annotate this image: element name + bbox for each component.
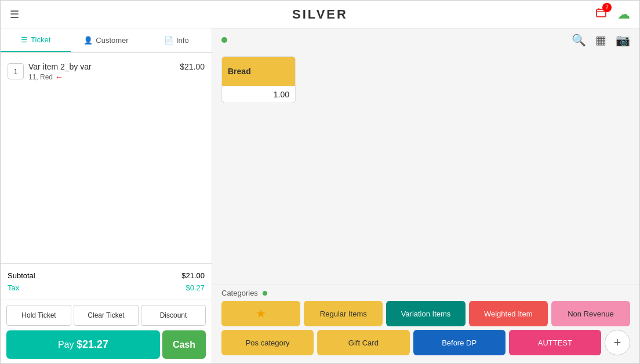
category-weighted-button[interactable]: Weighted Item: [469, 301, 548, 326]
category-pos-button[interactable]: Pos category: [221, 330, 314, 355]
product-card[interactable]: Bread 1.00: [221, 56, 296, 103]
star-icon: ★: [256, 307, 266, 321]
tax-value: $0.27: [186, 283, 205, 292]
info-tab-label: Info: [176, 36, 189, 45]
ticket-tab-icon: ☰: [21, 35, 28, 44]
ticket-tab-label: Ticket: [31, 35, 50, 44]
app-title: SILVER: [292, 7, 348, 22]
main-content: ☰ Ticket 👤 Customer 📄 Info 1 Var item 2: [1, 28, 639, 363]
category-variation-button[interactable]: Variation Items: [386, 301, 465, 326]
categories-section: Categories ★ Regular Items Variation Ite…: [212, 285, 639, 363]
product-name: Bread: [222, 57, 295, 86]
notification-badge: 2: [602, 3, 612, 12]
customer-tab-icon: 👤: [83, 36, 93, 45]
category-regular-button[interactable]: Regular Items: [304, 301, 383, 326]
ticket-totals: Subtotal $21.00 Tax $0.27: [1, 263, 212, 300]
right-top-bar: 🔍 ▦ 📷: [212, 28, 639, 52]
table-row[interactable]: 1 Var item 2_by var 11, Red ← $21.00: [8, 59, 205, 85]
right-icons: 🔍 ▦ 📷: [572, 33, 630, 47]
subtotal-value: $21.00: [181, 271, 205, 280]
cash-button[interactable]: Cash: [162, 330, 206, 359]
tab-customer[interactable]: 👤 Customer: [71, 28, 141, 52]
clear-ticket-button[interactable]: Clear Ticket: [74, 305, 139, 326]
subtotal-row: Subtotal $21.00: [8, 270, 205, 282]
add-category-button[interactable]: +: [605, 330, 630, 355]
product-qty: 1.00: [222, 86, 295, 103]
categories-status-dot: [263, 291, 267, 296]
products-area: Bread 1.00: [212, 52, 639, 285]
tax-row: Tax $0.27: [8, 282, 205, 294]
categories-label: Categories: [221, 289, 258, 297]
discount-button[interactable]: Discount: [141, 305, 206, 326]
item-price: $21.00: [180, 62, 205, 71]
category-favorites-button[interactable]: ★: [221, 301, 300, 326]
category-auttest-button[interactable]: AUTTEST: [509, 330, 601, 355]
top-bar: ☰ SILVER 2 ☁: [1, 1, 639, 28]
top-bar-right: 2 ☁: [594, 6, 630, 23]
cloud-icon[interactable]: ☁: [617, 7, 630, 22]
tab-bar: ☰ Ticket 👤 Customer 📄 Info: [1, 28, 212, 53]
category-row-2: Pos category Gift Card Before DP AUTTEST…: [221, 330, 630, 355]
category-row-1: ★ Regular Items Variation Items Weighted…: [221, 301, 630, 326]
arrow-icon: ←: [55, 72, 63, 82]
info-tab-icon: 📄: [164, 36, 173, 45]
item-name: Var item 2_by var: [28, 62, 180, 71]
item-quantity: 1: [8, 63, 24, 79]
tab-info[interactable]: 📄 Info: [141, 28, 212, 52]
notification-icon[interactable]: 2: [594, 6, 608, 23]
pay-amount: $21.27: [77, 338, 108, 350]
left-panel: ☰ Ticket 👤 Customer 📄 Info 1 Var item 2: [1, 28, 212, 363]
ticket-items: 1 Var item 2_by var 11, Red ← $21.00: [1, 53, 212, 263]
category-giftcard-button[interactable]: Gift Card: [317, 330, 409, 355]
category-nonrevenue-button[interactable]: Non Revenue: [551, 301, 630, 326]
customer-tab-label: Customer: [96, 36, 128, 45]
online-status-dot: [221, 37, 227, 43]
top-bar-left: ☰: [10, 8, 19, 21]
hamburger-icon[interactable]: ☰: [10, 8, 19, 21]
hold-ticket-button[interactable]: Hold Ticket: [6, 305, 71, 326]
right-panel: 🔍 ▦ 📷 Bread 1.00 Categories: [212, 28, 639, 363]
camera-icon[interactable]: 📷: [616, 33, 630, 47]
pay-label: Pay: [58, 340, 77, 350]
action-buttons: Hold Ticket Clear Ticket Discount: [1, 300, 212, 330]
item-details: Var item 2_by var 11, Red ←: [28, 62, 180, 82]
tab-ticket[interactable]: ☰ Ticket: [1, 28, 71, 52]
app-container: ☰ SILVER 2 ☁ ☰ Ticket: [0, 0, 640, 364]
pay-section: Pay $21.27 Cash: [1, 330, 212, 363]
subtotal-label: Subtotal: [8, 271, 35, 280]
item-variant: 11, Red ←: [28, 72, 180, 82]
search-icon[interactable]: 🔍: [572, 33, 586, 47]
categories-header: Categories: [221, 289, 630, 297]
pay-button[interactable]: Pay $21.27: [6, 330, 160, 359]
tax-label: Tax: [8, 283, 19, 292]
barcode-icon[interactable]: ▦: [595, 33, 606, 47]
category-beforedp-button[interactable]: Before DP: [413, 330, 506, 355]
